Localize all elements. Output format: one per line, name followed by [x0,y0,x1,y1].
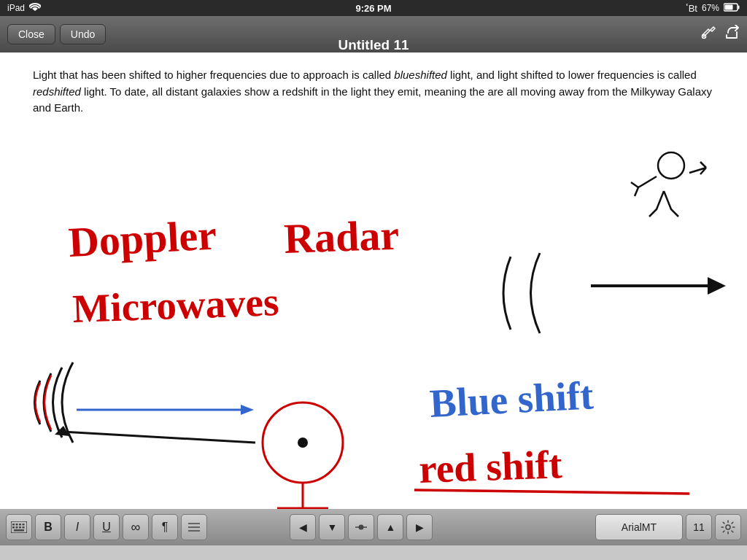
svg-rect-27 [16,526,18,529]
status-left: iPad [7,3,41,14]
battery-display: 67% [702,3,719,13]
svg-rect-29 [23,526,25,529]
bottom-toolbar: B I U ∞ ¶ ◀ ▼ ▲ ▶ ArialMT [0,509,747,545]
next-button[interactable]: ▶ [406,514,433,540]
main-canvas[interactable]: Light that has been shifted to higher fr… [0,52,747,509]
toolbar: Close Undo Untitled 11 [0,16,747,52]
svg-text:Blue shift: Blue shift [428,373,595,426]
infinity-button[interactable]: ∞ [123,514,149,540]
page-number: 11 [686,514,712,540]
svg-point-15 [298,438,308,448]
svg-line-9 [414,490,689,494]
svg-rect-26 [12,526,15,529]
bluetooth-icon: ʿBt [686,3,697,14]
down-button[interactable]: ▼ [319,514,345,540]
svg-line-12 [62,432,255,443]
record-button[interactable] [348,514,374,540]
toolbar-right [700,25,740,44]
italic-button[interactable]: I [64,514,90,540]
document-title: Untitled 11 [338,37,409,53]
undo-button[interactable]: Undo [60,24,106,44]
up-button[interactable]: ▲ [377,514,403,540]
wifi-icon [29,3,41,14]
svg-text:red shift: red shift [418,442,563,491]
list-button[interactable] [181,514,207,540]
svg-point-20 [658,152,684,179]
close-button[interactable]: Close [7,24,55,44]
toolbar-left: Close Undo [7,24,106,44]
svg-rect-30 [14,529,24,532]
svg-marker-19 [708,277,726,295]
svg-text:Doppler: Doppler [67,211,217,266]
font-name: ArialMT [622,521,657,533]
keyboard-button[interactable] [6,514,32,540]
paragraph-button[interactable]: ¶ [152,514,178,540]
svg-rect-25 [23,524,25,526]
svg-rect-22 [12,524,15,526]
prev-button[interactable]: ◀ [290,514,316,540]
svg-point-37 [726,525,730,529]
wrench-button[interactable] [700,25,716,44]
drawing-layer: Doppler Radar Microwaves Blue shift red … [0,52,747,509]
redshifted-word: redshifted [33,85,81,98]
status-right: ʿBt 67% [686,3,740,14]
share-button[interactable] [724,25,740,44]
blueshifted-word: blueshifted [394,69,447,81]
nav-controls: ◀ ▼ ▲ ▶ [290,514,433,540]
text-content: Light that has been shifted to higher fr… [33,67,714,117]
battery-icon [724,3,740,14]
settings-button[interactable] [715,514,741,540]
underline-button[interactable]: U [93,514,120,540]
bold-button[interactable]: B [35,514,61,540]
svg-rect-24 [19,524,21,526]
status-bar: iPad 9:26 PM ʿBt 67% [0,0,747,16]
time-display: 9:26 PM [355,3,391,14]
svg-rect-1 [738,5,740,9]
svg-marker-11 [241,405,254,415]
bottom-right: ArialMT 11 [595,514,741,540]
font-selector[interactable]: ArialMT [595,514,683,540]
svg-text:Radar: Radar [283,211,400,262]
svg-point-14 [263,402,343,483]
svg-marker-13 [55,426,69,436]
paragraph-text: Light that has been shifted to higher fr… [33,69,712,114]
device-label: iPad [7,3,25,13]
svg-rect-23 [16,524,18,526]
svg-rect-28 [19,526,21,529]
svg-text:Microwaves: Microwaves [71,279,279,331]
svg-rect-2 [725,4,733,9]
